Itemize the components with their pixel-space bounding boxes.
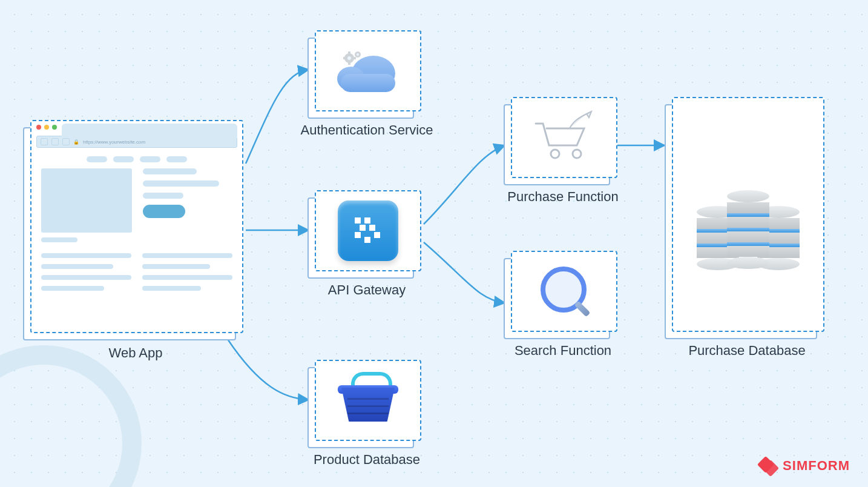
brand-text: SIMFORM [783, 458, 850, 474]
purchase-node: Purchase Function [511, 97, 615, 176]
purchase-label: Purchase Function [507, 189, 618, 205]
product-node: Product Database [315, 360, 419, 439]
product-label: Product Database [314, 452, 420, 468]
simform-logo: SIMFORM [760, 457, 850, 475]
svg-rect-4 [343, 57, 345, 59]
api-gateway-icon [338, 200, 398, 261]
svg-point-16 [573, 150, 581, 158]
database-icon [697, 154, 800, 275]
svg-rect-11 [369, 225, 375, 231]
webapp-label: Web App [109, 345, 163, 361]
svg-point-7 [357, 53, 359, 56]
svg-rect-8 [355, 217, 361, 224]
magnifier-icon [537, 264, 591, 319]
auth-label: Authentication Service [301, 122, 433, 138]
svg-rect-3 [348, 62, 350, 65]
cloud-icon [335, 50, 401, 92]
basket-icon [338, 379, 398, 422]
svg-rect-10 [360, 225, 366, 231]
search-node: Search Function [511, 251, 615, 330]
webapp-node: 🔒https://www.yourwebsite.com [30, 120, 241, 331]
search-label: Search Function [515, 343, 611, 359]
purchdb-node: Purchase Database [672, 97, 822, 330]
svg-marker-17 [587, 111, 591, 118]
svg-rect-14 [364, 237, 370, 243]
window-traffic-lights [36, 125, 57, 130]
cart-icon [531, 110, 597, 165]
api-label: API Gateway [328, 282, 406, 298]
svg-rect-13 [374, 232, 380, 238]
svg-rect-2 [348, 51, 350, 54]
api-node: API Gateway [315, 190, 419, 269]
auth-node: Authentication Service [315, 30, 419, 109]
purchdb-label: Purchase Database [688, 343, 805, 359]
svg-point-15 [551, 150, 559, 158]
simform-mark-icon [760, 457, 778, 475]
svg-rect-5 [353, 57, 356, 59]
svg-rect-12 [355, 232, 361, 238]
svg-rect-9 [364, 217, 370, 224]
svg-point-1 [347, 56, 351, 60]
url-text: https://www.yourwebsite.com [83, 139, 145, 145]
